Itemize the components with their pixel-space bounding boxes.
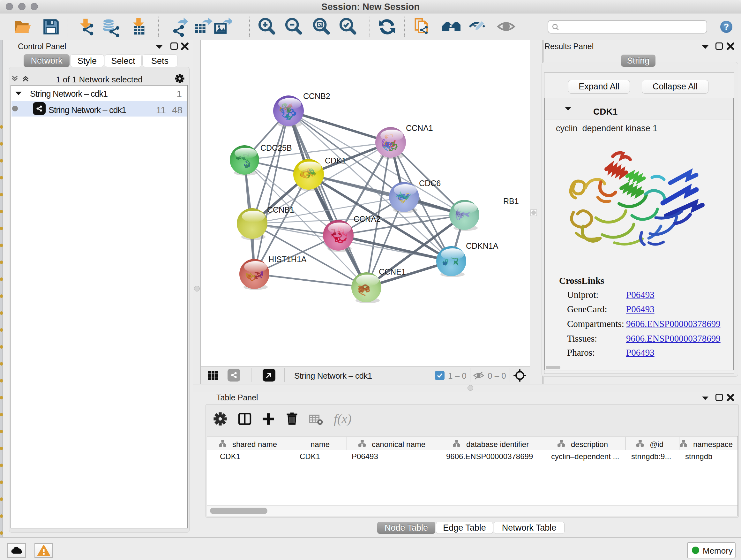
svg-text:CDC25B: CDC25B <box>260 143 292 152</box>
svg-text:CCNA2: CCNA2 <box>354 214 381 224</box>
svg-text:CDC6: CDC6 <box>419 179 441 188</box>
svg-text:HIST1H1A: HIST1H1A <box>268 255 307 264</box>
svg-text:CCNE1: CCNE1 <box>379 267 406 276</box>
svg-text:CDKN1A: CDKN1A <box>466 241 498 250</box>
svg-text:CDK1: CDK1 <box>325 156 346 165</box>
svg-text:CCNB2: CCNB2 <box>303 91 330 101</box>
svg-text:CCNA1: CCNA1 <box>406 124 433 132</box>
svg-text:CCNB1: CCNB1 <box>267 205 294 214</box>
svg-text:RB1: RB1 <box>503 197 519 206</box>
